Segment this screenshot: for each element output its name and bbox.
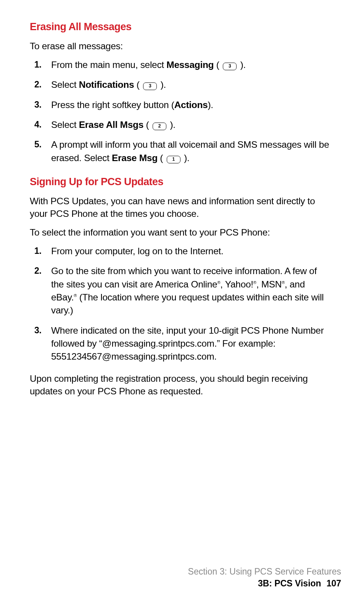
list-item: 1. From your computer, log on to the Int… — [51, 245, 332, 258]
list-item: 1. From the main menu, select Messaging … — [51, 58, 332, 71]
step-text: From the main menu, select — [51, 60, 166, 70]
step-text: A prompt will inform you that all voicem… — [51, 139, 329, 163]
steps-list-1: 1. From the main menu, select Messaging … — [30, 58, 332, 165]
list-item: 3. Where indicated on the site, input yo… — [51, 324, 332, 363]
step-bold: Actions — [174, 100, 208, 110]
step-number: 1. — [34, 58, 42, 71]
registered-icon: ® — [74, 293, 77, 298]
closing-paragraph: Upon completing the registration process… — [30, 372, 332, 397]
key-icon: 2 — [153, 123, 166, 130]
page-number: 107 — [327, 578, 341, 588]
step-number: 3. — [34, 324, 42, 336]
steps-list-2: 1. From your computer, log on to the Int… — [30, 245, 332, 363]
step-text: ( — [134, 79, 139, 90]
page-content: Erasing All Messages To erase all messag… — [0, 0, 364, 398]
key-icon: 3 — [143, 82, 157, 90]
step-text: ). — [184, 153, 189, 163]
step-number: 3. — [34, 98, 42, 111]
step-number: 5. — [34, 138, 42, 150]
step-text: ). — [161, 79, 166, 90]
step-text: ). — [170, 119, 175, 130]
step-text: ( — [143, 119, 149, 130]
section-signing-up: Signing Up for PCS Updates With PCS Upda… — [30, 176, 332, 398]
registered-icon: ® — [282, 280, 285, 284]
step-text: ( — [214, 60, 219, 70]
list-item: 5. A prompt will inform you that all voi… — [51, 138, 332, 165]
footer-section-label: Section 3: Using PCS Service Features — [188, 567, 341, 577]
step-text: , MSN — [256, 279, 282, 289]
step-text: (The location where you request updates … — [51, 292, 324, 315]
step-text: ). — [208, 100, 213, 110]
step-number: 2. — [34, 265, 42, 277]
list-item: 4. Select Erase All Msgs ( 2 ). — [51, 118, 332, 131]
key-icon: 1 — [167, 156, 180, 163]
intro-text: To erase all messages: — [30, 40, 332, 52]
key-icon: 3 — [223, 63, 237, 70]
step-text: ). — [240, 60, 246, 70]
step-number: 1. — [34, 245, 42, 257]
step-bold: Erase Msg — [112, 153, 158, 163]
step-bold: Notifications — [79, 79, 134, 90]
paragraph: With PCS Updates, you can have news and … — [30, 195, 332, 220]
list-item: 3. Press the right softkey button (Actio… — [51, 98, 332, 111]
step-text: Press the right softkey button ( — [51, 100, 174, 110]
list-item: 2. Go to the site from which you want to… — [51, 265, 332, 317]
registered-icon: ® — [253, 280, 256, 284]
page-footer: Section 3: Using PCS Service Features 3B… — [188, 567, 341, 589]
step-text: , Yahoo! — [220, 279, 253, 289]
heading-signing-up: Signing Up for PCS Updates — [30, 176, 332, 188]
step-text: Select — [51, 119, 79, 130]
list-item: 2. Select Notifications ( 3 ). — [51, 78, 332, 91]
step-text: Where indicated on the site, input your … — [51, 325, 324, 362]
step-number: 2. — [34, 78, 42, 90]
footer-subsection: 3B: PCS Vision107 — [188, 578, 341, 589]
step-text: Select — [51, 79, 79, 90]
step-text: From your computer, log on to the Intern… — [51, 246, 223, 256]
footer-subsection-label: 3B: PCS Vision — [258, 578, 321, 588]
step-number: 4. — [34, 118, 42, 131]
heading-erasing-all-messages: Erasing All Messages — [30, 21, 332, 33]
step-text: ( — [158, 153, 163, 163]
paragraph: To select the information you want sent … — [30, 226, 332, 239]
step-bold: Messaging — [166, 60, 214, 70]
step-bold: Erase All Msgs — [79, 119, 143, 130]
